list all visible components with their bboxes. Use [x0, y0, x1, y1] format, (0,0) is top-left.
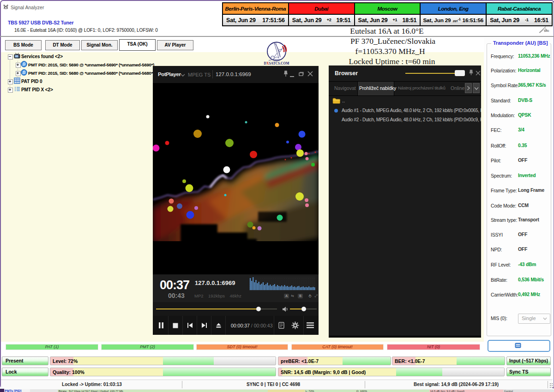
svg-text:DXSATCS.COM: DXSATCS.COM — [264, 61, 289, 65]
svg-text:cic: cic — [545, 29, 549, 32]
